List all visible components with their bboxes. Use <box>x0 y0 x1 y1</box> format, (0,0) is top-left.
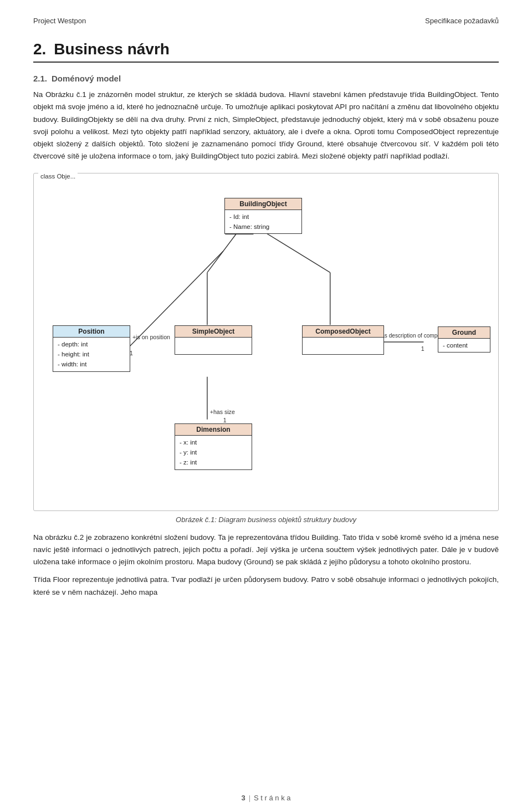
svg-line-3 <box>260 229 330 272</box>
paragraph-2: Na obrázku č.2 je zobrazeno konkrétní sl… <box>33 532 499 569</box>
uml-class-ground: Ground - content <box>438 326 490 353</box>
svg-text:+is on position: +is on position <box>132 334 170 340</box>
uml-class-dimension-header: Dimension <box>175 424 252 436</box>
uml-class-composed-body <box>303 338 383 354</box>
main-paragraph: Na Obrázku č.1 je znázorněn model strukt… <box>33 89 499 163</box>
uml-class-building-header: BuildingObject <box>225 198 301 210</box>
uml-class-ground-body: - content <box>438 339 490 352</box>
uml-attr: - Id: int <box>229 212 297 222</box>
uml-attr: - height: int <box>58 349 125 359</box>
section-number: 2.1. <box>33 74 47 83</box>
page-header: Project Westpon Specifikace požadavků <box>33 17 499 25</box>
figure-caption: Obrázek č.1: Diagram business objektů st… <box>33 515 499 524</box>
uml-class-simple-header: SimpleObject <box>175 326 252 338</box>
uml-diagram: +is on position 1 +has description of co… <box>42 181 490 503</box>
uml-attr: - depth: int <box>58 339 125 349</box>
svg-text:1: 1 <box>223 416 227 423</box>
header-project: Project Westpon <box>33 17 86 25</box>
uml-diagram-container: class Obje... +is on position <box>33 173 499 511</box>
uml-attr: - Name: string <box>229 222 297 232</box>
uml-class-ground-header: Ground <box>438 327 490 339</box>
paragraph-3: Třída Floor reprezentuje jednotlivá patr… <box>33 574 499 599</box>
uml-class-composed-object: ComposedObject <box>302 325 384 355</box>
svg-text:1: 1 <box>130 350 133 356</box>
uml-diagram-label: class Obje... <box>38 173 78 180</box>
footer-divider: | <box>249 794 250 802</box>
uml-class-position: Position - depth: int - height: int - wi… <box>53 325 130 372</box>
uml-attr: - y: int <box>180 447 247 457</box>
uml-class-position-body: - depth: int - height: int - width: int <box>53 338 130 371</box>
chapter-title: 2.Business návrh <box>33 40 499 63</box>
uml-class-dimension: Dimension - x: int - y: int - z: int <box>175 423 252 470</box>
chapter-heading: 2.Business návrh <box>33 40 499 63</box>
section-title: 2.1.Doménový model <box>33 74 499 83</box>
uml-class-building-body: - Id: int - Name: string <box>225 210 301 234</box>
page-label: S t r á n k a <box>254 794 290 802</box>
svg-line-1 <box>207 229 239 272</box>
uml-class-building-object: BuildingObject - Id: int - Name: string <box>224 198 302 234</box>
page-number: 3 <box>241 794 245 802</box>
uml-class-simple-body <box>175 338 252 354</box>
svg-text:1: 1 <box>421 345 424 352</box>
chapter-title-text: Business návrh <box>54 40 170 58</box>
uml-class-position-header: Position <box>53 326 130 338</box>
section-title-text: Doménový model <box>52 74 121 83</box>
uml-attr: - width: int <box>58 359 125 369</box>
page-footer: 3 | S t r á n k a <box>0 794 532 802</box>
header-spec: Specifikace požadavků <box>425 17 499 25</box>
uml-class-dimension-body: - x: int - y: int - z: int <box>175 436 252 469</box>
chapter-number: 2. <box>33 40 46 58</box>
svg-text:+has size: +has size <box>210 408 235 415</box>
uml-attr: - x: int <box>180 437 247 447</box>
page: Project Westpon Specifikace požadavků 2.… <box>0 0 532 812</box>
fig-caption-text: Obrázek č.1: Diagram business objektů st… <box>176 515 356 524</box>
uml-class-simple-object: SimpleObject <box>175 325 252 355</box>
uml-attr: - content <box>443 340 485 350</box>
uml-attr: - z: int <box>180 457 247 467</box>
uml-class-composed-header: ComposedObject <box>303 326 383 338</box>
